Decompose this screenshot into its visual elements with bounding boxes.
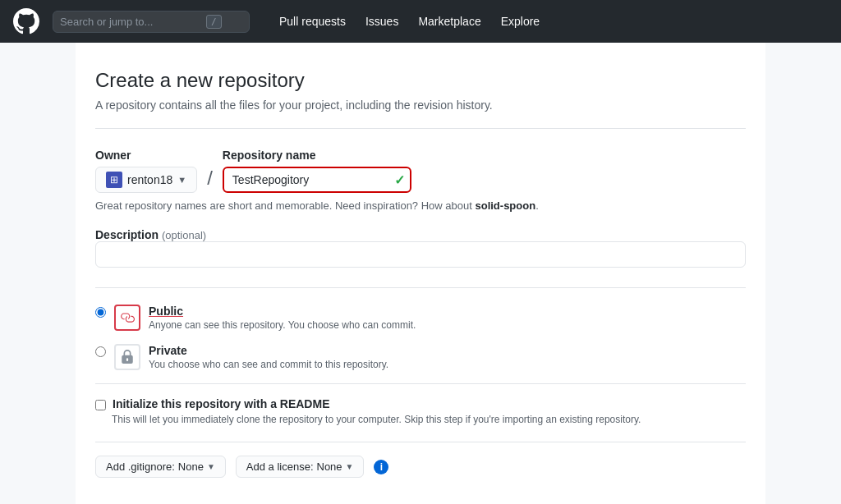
suggestion-text: solid-spoon [475, 199, 535, 212]
public-radio[interactable] [95, 307, 106, 318]
search-input[interactable] [60, 16, 200, 28]
github-logo[interactable] [13, 8, 39, 34]
description-group: Description (optional) [95, 228, 746, 268]
bottom-dropdowns-row: Add .gitignore: None ▼ Add a license: No… [95, 456, 746, 478]
owner-name: renton18 [127, 173, 172, 186]
owner-dropdown[interactable]: renton18 ▼ [95, 167, 197, 193]
nav-pull-requests[interactable]: Pull requests [269, 10, 356, 33]
page-subtitle: A repository contains all the files for … [95, 99, 746, 112]
license-label: Add a license: [246, 460, 314, 473]
owner-caret: ▼ [177, 175, 186, 185]
private-radio-option: Private You choose who can see and commi… [95, 344, 746, 370]
init-readme-desc: This will let you immediately clone the … [112, 414, 746, 425]
license-value: None [317, 460, 342, 473]
private-radio[interactable] [95, 346, 106, 357]
nav-issues[interactable]: Issues [356, 10, 408, 33]
init-readme-row: Initialize this repository with a README [95, 397, 746, 410]
owner-label: Owner [95, 149, 197, 162]
gitignore-dropdown[interactable]: Add .gitignore: None ▼ [95, 456, 226, 478]
init-readme-label[interactable]: Initialize this repository with a README [113, 397, 329, 410]
description-optional: (optional) [162, 229, 206, 241]
search-box[interactable]: / [53, 11, 250, 33]
description-label: Description (optional) [95, 228, 206, 241]
private-radio-content: Private You choose who can see and commi… [149, 344, 388, 370]
info-icon[interactable]: i [374, 460, 388, 474]
path-separator: / [204, 165, 216, 191]
private-icon [114, 344, 140, 370]
repo-name-hint: Great repository names are short and mem… [95, 199, 746, 212]
public-radio-content: Public Anyone can see this repository. Y… [149, 305, 416, 331]
main-content: Create a new repository A repository con… [76, 43, 765, 504]
repo-name-input[interactable] [223, 167, 411, 193]
navbar-links: Pull requests Issues Marketplace Explore [269, 10, 549, 33]
init-readme-section: Initialize this repository with a README… [95, 397, 746, 425]
owner-repo-row: Owner renton18 ▼ / Repository name ✓ [95, 149, 746, 193]
license-dropdown[interactable]: Add a license: None ▼ [236, 456, 365, 478]
private-label: Private [149, 344, 388, 357]
divider-mid [95, 287, 746, 288]
gitignore-value: None [178, 460, 204, 473]
repo-name-label: Repository name [223, 149, 411, 162]
divider-top [95, 128, 746, 129]
description-input[interactable] [95, 241, 746, 268]
public-label: Public [149, 305, 416, 318]
page-title: Create a new repository [95, 69, 746, 92]
owner-icon [106, 172, 122, 188]
nav-marketplace[interactable]: Marketplace [408, 10, 490, 33]
public-desc: Anyone can see this repository. You choo… [149, 319, 416, 331]
repo-name-group: Repository name ✓ [223, 149, 411, 193]
gitignore-caret-icon: ▼ [207, 462, 215, 471]
public-radio-option: Public Anyone can see this repository. Y… [95, 305, 746, 331]
divider-dropdowns [95, 442, 746, 442]
nav-explore[interactable]: Explore [491, 10, 549, 33]
license-caret-icon: ▼ [346, 462, 354, 471]
navbar: / Pull requests Issues Marketplace Explo… [0, 0, 841, 43]
owner-group: Owner renton18 ▼ [95, 149, 197, 193]
divider-bottom [95, 383, 746, 384]
gitignore-label: Add .gitignore: [106, 460, 175, 473]
repo-name-wrapper: ✓ [223, 167, 411, 193]
init-readme-checkbox[interactable] [95, 400, 106, 410]
search-kbd: / [206, 15, 222, 29]
public-icon [114, 305, 140, 331]
private-desc: You choose who can see and commit to thi… [149, 359, 388, 370]
